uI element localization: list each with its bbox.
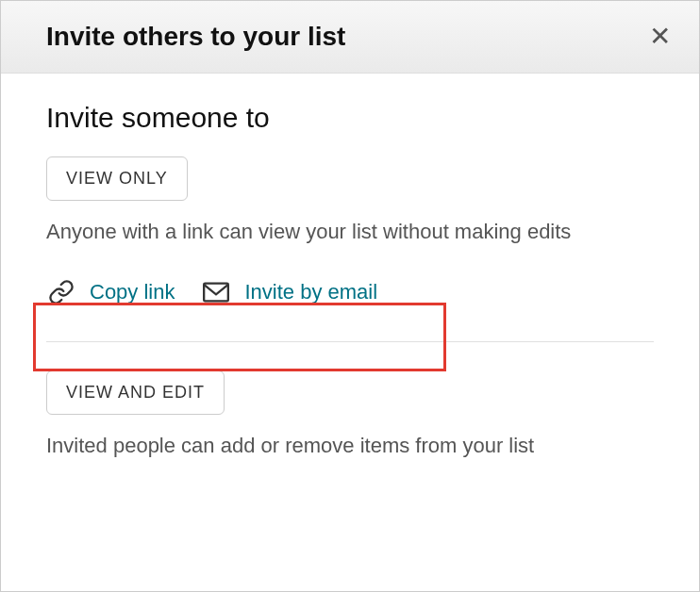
view-only-button[interactable]: VIEW ONLY — [46, 156, 188, 201]
invite-email-label: Invite by email — [244, 280, 377, 304]
close-button[interactable]: ✕ — [649, 24, 671, 50]
view-edit-section: VIEW AND EDIT Invited people can add or … — [46, 370, 654, 461]
section-title: Invite someone to — [46, 102, 654, 134]
section-divider — [46, 341, 654, 342]
view-only-actions: Copy link Invite by email — [46, 266, 654, 324]
svg-rect-0 — [205, 283, 229, 301]
copy-link-action[interactable]: Copy link — [48, 279, 175, 305]
link-icon — [48, 279, 75, 305]
close-icon: ✕ — [649, 22, 671, 51]
mail-icon — [203, 282, 229, 303]
invite-email-action[interactable]: Invite by email — [203, 280, 377, 304]
dialog-header: Invite others to your list ✕ — [1, 1, 699, 74]
view-edit-description: Invited people can add or remove items f… — [46, 432, 654, 461]
view-only-description: Anyone with a link can view your list wi… — [46, 218, 654, 247]
dialog-content: Invite someone to VIEW ONLY Anyone with … — [1, 74, 699, 508]
view-and-edit-button[interactable]: VIEW AND EDIT — [46, 370, 225, 415]
dialog-title: Invite others to your list — [46, 22, 654, 52]
copy-link-label: Copy link — [90, 280, 175, 304]
